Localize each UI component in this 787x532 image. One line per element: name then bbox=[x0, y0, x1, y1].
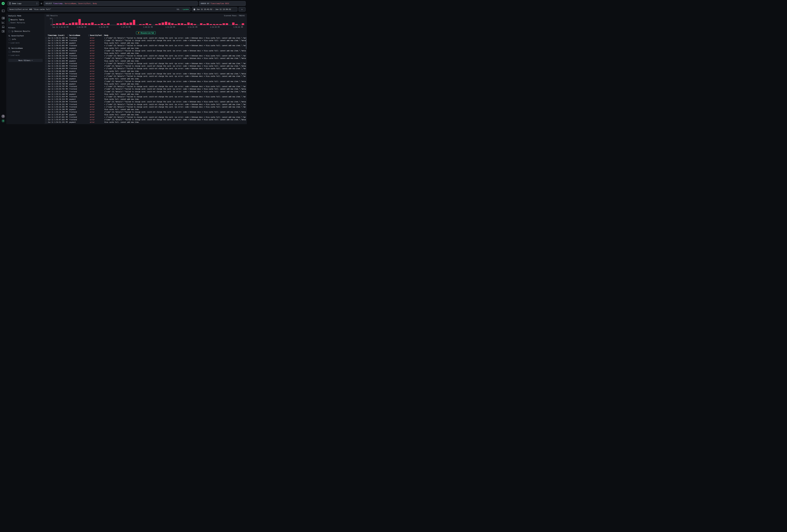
log-table-row[interactable]: Jun 11 1:56:08.955 PMfrontenderror{"code… bbox=[45, 72, 246, 75]
checkout-checkbox[interactable] bbox=[9, 51, 10, 53]
cell-body: × {"code":13,"details":"failed to charge… bbox=[104, 76, 246, 77]
col-body[interactable]: Body bbox=[104, 34, 244, 36]
cell-body: Visa cache full: cannot add new item. bbox=[104, 98, 246, 100]
mode-lucene[interactable]: Lucene bbox=[183, 8, 189, 10]
severitytext-load-more[interactable]: Load more bbox=[9, 42, 43, 44]
x-axis-label: 1:54:30 PM bbox=[210, 26, 219, 28]
column-resize-handle[interactable] bbox=[68, 35, 68, 36]
log-table-row[interactable]: Jun 11 1:55:16.300 PMfrontenderror{"code… bbox=[45, 111, 246, 113]
cell-severitytext: error bbox=[90, 81, 104, 82]
servicename-load-more[interactable]: Load more bbox=[9, 54, 43, 56]
source-select[interactable]: Demo Logs bbox=[7, 1, 39, 6]
log-table-row[interactable]: Jun 11 1:55:51.448 PMpaymenterrorVisa ca… bbox=[45, 93, 246, 95]
log-table-row[interactable]: Jun 11 1:55:16.302 PMfrontenderror× {"co… bbox=[45, 106, 246, 108]
log-table-row[interactable]: Jun 11 1:55:07.841 PMfrontenderror× {"co… bbox=[45, 116, 246, 119]
select-clause-input[interactable]: SELECT Timestamp, ServiceName, SeverityT… bbox=[44, 1, 198, 6]
column-resize-handle[interactable] bbox=[88, 35, 89, 36]
time-range-picker[interactable]: Jun 11 13:41:52 - Jun 11 13:56:52 bbox=[192, 7, 237, 12]
log-table-row[interactable]: Jun 11 1:56:42.995 PMpaymenterrorVisa ca… bbox=[45, 47, 246, 49]
col-severitytext[interactable]: SeverityText bbox=[90, 34, 104, 36]
log-table-row[interactable]: Jun 11 1:56:42.999 PMfrontenderror{"code… bbox=[45, 49, 246, 52]
log-table-row[interactable]: Jun 11 1:56:38.534 PMpaymenterrorVisa ca… bbox=[45, 52, 246, 55]
log-table-row[interactable]: Jun 11 1:56:32.843 PMpaymenterrorVisa ca… bbox=[45, 60, 246, 62]
cell-body: {"code":13,"details":"failed to charge c… bbox=[104, 73, 246, 75]
cell-servicename: frontend bbox=[69, 40, 90, 41]
more-filters-button[interactable]: More filters bbox=[8, 59, 43, 62]
log-table-row[interactable]: Jun 11 1:56:03.254 PMfrontenderror× {"co… bbox=[45, 75, 246, 78]
cell-servicename: payment bbox=[69, 70, 90, 72]
y-axis-min-label: 0 bbox=[46, 24, 51, 26]
results-histogram[interactable]: 24 0 Jun 11 1:41:45 PM1:44:00 PM1:45:45 … bbox=[46, 18, 244, 29]
log-table-row[interactable]: Jun 11 1:56:51.982 PMfrontenderror× {"co… bbox=[45, 37, 246, 39]
cell-severitytext: error bbox=[90, 52, 104, 54]
load-more-label: Load more bbox=[10, 54, 20, 56]
x-axis-label: 1:56:45 PM bbox=[233, 26, 243, 28]
cell-body: {"code":13,"details":"failed to charge c… bbox=[104, 119, 246, 121]
scanned-rows: Scanned Rows: 788242 bbox=[224, 15, 245, 17]
log-table-row[interactable]: Jun 11 1:56:08.956 PMfrontenderror× {"co… bbox=[45, 67, 246, 70]
tab-event-patterns[interactable]: Event Patterns bbox=[9, 21, 43, 24]
log-table-row[interactable]: Jun 11 1:56:03.248 PMpaymenterrorVisa ca… bbox=[45, 78, 246, 80]
cell-timestamp: Jun 11 1:56:32.849 PM bbox=[48, 63, 69, 64]
denoise-checkbox[interactable] bbox=[8, 30, 10, 32]
log-table-row[interactable]: Jun 11 1:56:08.948 PMpaymenterrorVisa ca… bbox=[45, 70, 246, 72]
cell-severitytext: error bbox=[90, 65, 104, 67]
user-avatar[interactable]: U bbox=[1, 119, 5, 123]
sessions-icon[interactable] bbox=[1, 25, 5, 29]
chart-explorer-icon[interactable] bbox=[1, 21, 5, 24]
cell-servicename: payment bbox=[69, 42, 90, 44]
order-by-input[interactable]: ORDER BY TimestampTime DESC bbox=[199, 1, 246, 6]
log-table-row[interactable]: Jun 11 1:55:39.331 PMfrontenderror× {"co… bbox=[45, 103, 246, 106]
collapse-sidebar-icon[interactable] bbox=[1, 9, 5, 13]
cell-timestamp: Jun 11 1:55:51.452 PM bbox=[48, 91, 69, 92]
facet-servicename-header: ServiceName bbox=[8, 47, 43, 49]
tab-results-table[interactable]: Results Table bbox=[9, 18, 43, 21]
denoise-results-row[interactable]: Denoise Results bbox=[8, 30, 43, 32]
log-table-row[interactable]: Jun 11 1:55:59.765 PMfrontenderror{"code… bbox=[45, 88, 246, 90]
search-logs-icon[interactable] bbox=[1, 16, 5, 20]
cell-body: Visa cache full: cannot add new item. bbox=[104, 70, 246, 72]
info-checkbox[interactable] bbox=[9, 38, 10, 40]
log-table-row[interactable]: Jun 11 1:56:43.001 PMfrontenderror× {"co… bbox=[45, 44, 246, 47]
log-table-row[interactable]: Jun 11 1:56:03.252 PMfrontenderror{"code… bbox=[45, 80, 246, 83]
cell-timestamp: Jun 11 1:54:52.241 PM bbox=[48, 121, 69, 123]
table-scrollbar[interactable] bbox=[246, 37, 247, 49]
log-table-row[interactable]: Jun 11 1:55:59.767 PMfrontenderror× {"co… bbox=[45, 85, 246, 88]
log-table-row[interactable]: Jun 11 1:55:51.452 PMfrontenderror{"code… bbox=[45, 90, 246, 93]
dashboards-icon[interactable] bbox=[1, 29, 5, 33]
mode-sql[interactable]: SQL bbox=[177, 8, 179, 10]
log-table-row[interactable]: Jun 11 1:55:16.296 PMpaymenterrorVisa ca… bbox=[45, 108, 246, 111]
cell-servicename: payment bbox=[69, 114, 90, 115]
log-table-row[interactable]: Jun 11 1:54:52.241 PMpaymenterrorVisa ca… bbox=[45, 121, 246, 124]
log-table-row[interactable]: Jun 11 1:55:59.760 PMpaymenterrorVisa ca… bbox=[45, 83, 246, 85]
log-table-row[interactable]: Jun 11 1:55:39.324 PMpaymenterrorVisa ca… bbox=[45, 98, 246, 101]
facet-option-checkout[interactable]: checkout bbox=[9, 51, 43, 53]
column-resize-handle[interactable] bbox=[103, 35, 103, 36]
hyperdx-logo-icon[interactable] bbox=[1, 2, 5, 5]
cell-body: × {"code":13,"details":"failed to charge… bbox=[104, 37, 246, 39]
cell-severitytext: error bbox=[90, 104, 104, 105]
log-table-row[interactable]: Jun 11 1:55:07.835 PMfrontenderror{"code… bbox=[45, 119, 246, 121]
log-table-row[interactable]: Jun 11 1:55:51.454 PMfrontenderror× {"co… bbox=[45, 95, 246, 98]
cell-body: Visa cache full: cannot add new item. bbox=[104, 52, 246, 54]
search-query-input[interactable]: SeverityText:error AND "Visa cache full"… bbox=[7, 7, 190, 12]
log-table-row[interactable]: Jun 11 1:55:39.330 PMfrontenderror{"code… bbox=[45, 101, 246, 103]
run-query-button[interactable]: ▷ bbox=[239, 7, 246, 12]
log-table-row[interactable]: Jun 11 1:56:51.975 PMpaymenterrorVisa ca… bbox=[45, 42, 246, 44]
log-table-row[interactable]: Jun 11 1:55:07.827 PMpaymenterrorVisa ca… bbox=[45, 113, 246, 116]
time-range-value: Jun 11 13:41:52 - Jun 11 13:56:52 bbox=[197, 8, 231, 10]
cell-servicename: frontend bbox=[69, 73, 90, 75]
x-axis-tick bbox=[215, 25, 215, 26]
col-timestamp[interactable]: Timestamp (Local) bbox=[48, 34, 69, 36]
x-axis-label: 1:45:45 PM bbox=[99, 26, 108, 28]
log-table-row[interactable]: Jun 11 1:56:32.848 PMfrontenderror{"code… bbox=[45, 65, 246, 67]
help-button[interactable]: ? bbox=[1, 114, 5, 118]
source-settings-gear-icon[interactable]: ⚙ bbox=[39, 1, 44, 6]
log-table-row[interactable]: Jun 11 1:56:51.980 PMfrontenderror{"code… bbox=[45, 39, 246, 42]
lightning-icon: ⚡ bbox=[138, 32, 140, 34]
log-table-row[interactable]: Jun 11 1:56:38.540 PMfrontenderror{"code… bbox=[45, 57, 246, 60]
log-table-row[interactable]: Jun 11 1:56:32.849 PMfrontenderror× {"co… bbox=[45, 62, 246, 65]
facet-option-info[interactable]: info bbox=[9, 38, 43, 40]
col-servicename[interactable]: ServiceName bbox=[69, 34, 90, 36]
log-table-row[interactable]: Jun 11 1:56:38.542 PMfrontenderror× {"co… bbox=[45, 55, 246, 57]
